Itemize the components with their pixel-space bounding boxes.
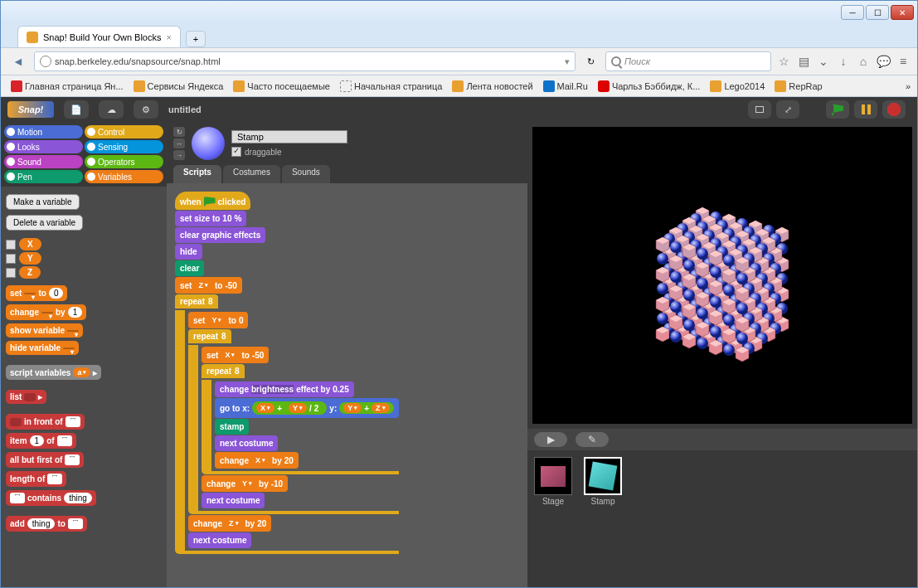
bookmark-item[interactable]: Mail.Ru xyxy=(540,80,591,92)
block-set-var[interactable]: setto0 xyxy=(6,285,67,301)
cloud-button[interactable]: ☁ xyxy=(99,100,124,119)
pause-button[interactable] xyxy=(854,100,877,119)
block-clear[interactable]: clear xyxy=(175,260,204,276)
bookmarks-overflow[interactable]: » xyxy=(906,81,911,91)
paint-button[interactable]: ✎ xyxy=(576,432,609,447)
stage-small-button[interactable] xyxy=(748,100,771,119)
tab-costumes[interactable]: Costumes xyxy=(223,165,280,183)
file-button[interactable]: 📄 xyxy=(64,100,89,119)
category-operators[interactable]: Operators xyxy=(85,155,163,168)
block-set-y[interactable]: setYto0 xyxy=(188,312,248,328)
block-contains[interactable]: ⎴containsthing xyxy=(6,490,96,506)
downloads-icon[interactable]: ↓ xyxy=(836,54,851,69)
block-goto-xy[interactable]: go to x: X+Y/2 y: Y+Z xyxy=(215,398,399,418)
block-next-costume[interactable]: next costume xyxy=(215,435,278,451)
maximize-button[interactable]: ☐ xyxy=(866,5,889,20)
category-control[interactable]: Control xyxy=(85,125,163,138)
var-checkbox[interactable] xyxy=(6,268,16,278)
bookmark-item[interactable]: Начальная страница xyxy=(337,80,445,92)
make-variable-button[interactable]: Make a variable xyxy=(6,194,80,210)
bookmark-item[interactable]: RepRap xyxy=(771,80,825,92)
category-looks[interactable]: Looks xyxy=(4,140,83,153)
block-list[interactable]: list▸ xyxy=(6,390,46,404)
fullscreen-button[interactable]: ⤢ xyxy=(776,100,799,119)
reader-icon[interactable]: ▤ xyxy=(796,54,811,69)
search-input[interactable]: Поиск xyxy=(605,51,771,71)
block-when-flag[interactable]: whenclicked xyxy=(175,192,250,210)
block-stamp[interactable]: stamp xyxy=(215,419,249,435)
stage-render xyxy=(631,168,814,383)
category-motion[interactable]: Motion xyxy=(4,125,83,138)
url-input[interactable]: snap.berkeley.edu/snapsource/snap.html ▾ xyxy=(34,51,576,71)
category-sound[interactable]: Sound xyxy=(4,155,83,168)
stop-button[interactable] xyxy=(882,100,906,119)
sprite-name-input[interactable] xyxy=(231,130,347,143)
block-change-y[interactable]: changeYby-10 xyxy=(202,475,288,492)
back-button[interactable]: ◄ xyxy=(7,51,29,72)
bookmark-item[interactable]: Часто посещаемые xyxy=(230,80,333,92)
snap-logo[interactable]: Snap! xyxy=(7,101,54,118)
block-length[interactable]: length of⎴ xyxy=(6,471,66,487)
settings-button[interactable]: ⚙ xyxy=(134,100,158,119)
block-all-but-first[interactable]: all but first of⎴ xyxy=(6,452,84,468)
block-set-x[interactable]: setXto-50 xyxy=(202,347,269,363)
bookmark-item[interactable]: Лента новостей xyxy=(449,80,536,92)
block-set-size[interactable]: set size to10% xyxy=(175,211,246,226)
reload-button[interactable]: ↻ xyxy=(580,51,600,71)
close-button[interactable]: ✕ xyxy=(891,5,914,20)
green-flag-button[interactable] xyxy=(826,100,849,119)
corral-sprite-stamp[interactable]: Stamp xyxy=(584,457,622,506)
block-in-front[interactable]: in front of⎴ xyxy=(6,414,85,430)
sprite-thumbnail[interactable] xyxy=(192,127,225,160)
block-hide[interactable]: hide xyxy=(175,244,202,260)
block-script-vars[interactable]: script variablesa▸ xyxy=(6,365,101,380)
bookmark-item[interactable]: Сервисы Яндекса xyxy=(130,80,227,92)
rotation-none-button[interactable]: → xyxy=(173,150,185,160)
dropdown-icon[interactable]: ▾ xyxy=(565,56,570,67)
block-next-costume3[interactable]: next costume xyxy=(188,532,251,548)
home-icon[interactable]: ⌂ xyxy=(856,54,871,69)
tab-close-icon[interactable]: × xyxy=(166,32,171,42)
bookmark-icon xyxy=(11,80,22,92)
var-reporter[interactable]: Z xyxy=(19,266,41,279)
block-change-x[interactable]: changeXby20 xyxy=(215,452,299,469)
rotation-free-button[interactable]: ↻ xyxy=(173,127,185,137)
delete-variable-button[interactable]: Delete a variable xyxy=(6,215,83,231)
stage[interactable] xyxy=(532,127,912,424)
pocket-icon[interactable]: ⌄ xyxy=(816,54,831,69)
bookmark-item[interactable]: Lego2014 xyxy=(707,80,768,92)
chat-icon[interactable]: 💬 xyxy=(876,54,891,69)
var-reporter[interactable]: X xyxy=(19,238,41,250)
block-next-costume2[interactable]: next costume xyxy=(202,493,265,508)
block-change-effect[interactable]: changebrightnesseffect by0.25 xyxy=(215,381,354,397)
bookmark-star-icon[interactable]: ☆ xyxy=(776,54,791,69)
block-set-z[interactable]: setZto-50 xyxy=(175,277,242,294)
menu-icon[interactable]: ≡ xyxy=(896,54,911,69)
rotation-flip-button[interactable]: ↔ xyxy=(173,138,185,148)
draggable-checkbox[interactable] xyxy=(231,147,241,157)
svg-point-287 xyxy=(683,289,695,301)
bookmark-item[interactable]: Чарльз Бэббидж, К... xyxy=(595,80,703,92)
scripts-area[interactable]: whenclicked set size to10% clear graphic… xyxy=(167,183,527,587)
tab-scripts[interactable]: Scripts xyxy=(173,165,221,183)
block-add[interactable]: addthingto⎴ xyxy=(6,516,87,532)
corral-stage[interactable]: Stage xyxy=(534,457,572,506)
tab-sounds[interactable]: Sounds xyxy=(282,165,330,183)
new-tab-button[interactable]: + xyxy=(186,31,206,47)
block-clear-effects[interactable]: clear graphic effects xyxy=(175,227,265,243)
block-change-var[interactable]: changeby1 xyxy=(6,304,86,320)
block-item[interactable]: item1of⎴ xyxy=(6,433,76,449)
bookmark-item[interactable]: Главная страница Ян... xyxy=(7,80,127,92)
block-change-z[interactable]: changeZby20 xyxy=(188,515,271,532)
browser-tab[interactable]: Snap! Build Your Own Blocks × xyxy=(17,26,181,47)
var-checkbox[interactable] xyxy=(6,254,16,264)
category-sensing[interactable]: Sensing xyxy=(85,140,163,153)
var-checkbox[interactable] xyxy=(6,240,16,250)
block-show-var[interactable]: show variable xyxy=(6,323,83,338)
var-reporter[interactable]: Y xyxy=(19,252,41,265)
play-button[interactable]: ▶ xyxy=(534,432,567,447)
block-hide-var[interactable]: hide variable xyxy=(6,341,79,355)
category-pen[interactable]: Pen xyxy=(4,170,83,183)
minimize-button[interactable]: ─ xyxy=(841,5,864,20)
category-variables[interactable]: Variables xyxy=(85,170,163,183)
